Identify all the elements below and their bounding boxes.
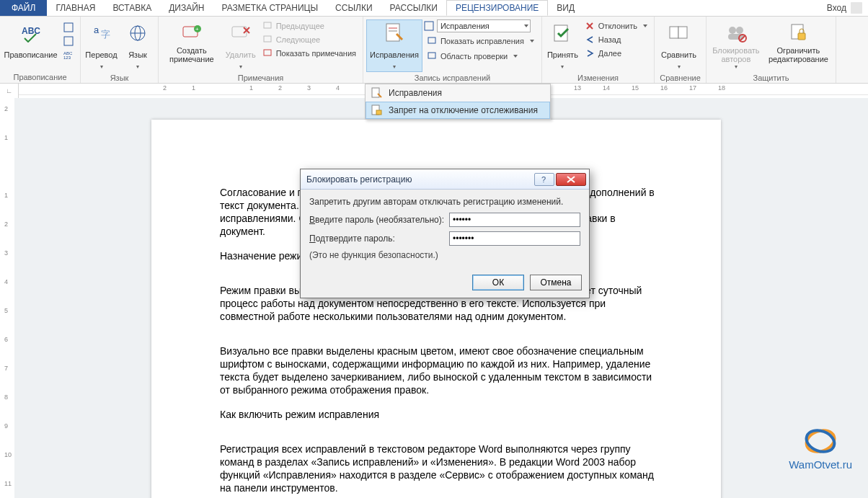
ruler-tick: 2 bbox=[278, 84, 282, 92]
compare-button[interactable]: Сравнить ▾ bbox=[657, 19, 700, 72]
language-button[interactable]: Язык ▾ bbox=[120, 19, 155, 72]
tab-design[interactable]: ДИЗАЙН bbox=[160, 0, 213, 16]
show-markup-button[interactable]: Показать исправления bbox=[424, 35, 538, 48]
svg-rect-2 bbox=[64, 37, 73, 45]
spellcheck-label: Правописание bbox=[4, 46, 57, 63]
reject-button[interactable]: Отклонить bbox=[582, 19, 651, 32]
display-mode-combo[interactable]: Исправления bbox=[437, 19, 531, 32]
ruler-tick: 10 bbox=[4, 451, 12, 458]
block-authors-button[interactable]: Блокировать авторов ▾ bbox=[709, 19, 763, 72]
ruler-tick: 13 bbox=[574, 84, 581, 92]
group-comments-title: Примечания bbox=[161, 72, 360, 83]
lock-tracking-dialog: Блокировать регистрацию ? Запретить друг… bbox=[300, 169, 590, 298]
block-authors-label: Блокировать авторов bbox=[712, 46, 759, 63]
svg-text:字: 字 bbox=[101, 29, 110, 40]
tab-references[interactable]: ССЫЛКИ bbox=[327, 0, 381, 16]
ruler-tick: 4 bbox=[336, 84, 340, 92]
ruler-tick: 2 bbox=[163, 84, 167, 92]
close-button[interactable] bbox=[556, 173, 586, 186]
svg-rect-25 bbox=[554, 25, 567, 41]
ruler-tick: 1 bbox=[249, 84, 253, 92]
chevron-down-icon: ▾ bbox=[735, 63, 738, 70]
ok-button[interactable]: ОК bbox=[472, 275, 524, 290]
password-input[interactable] bbox=[449, 213, 580, 227]
ruler-tick: 18 bbox=[718, 84, 725, 92]
spellcheck-button[interactable]: ABC Правописание bbox=[3, 19, 58, 66]
doc-paragraph[interactable]: Визуально все правки выделены красным цв… bbox=[220, 344, 656, 396]
svg-rect-22 bbox=[425, 22, 433, 30]
group-comments: + Создать примечание Удалить ▾ Предыдуще… bbox=[159, 17, 363, 83]
reject-label: Отклонить bbox=[598, 22, 637, 30]
ruler-tick: 2 bbox=[4, 105, 8, 112]
vertical-ruler[interactable]: 2 1 1 2 3 4 5 6 7 8 9 10 11 bbox=[0, 98, 14, 498]
confirm-password-input[interactable] bbox=[449, 231, 580, 246]
reject-icon bbox=[585, 21, 595, 31]
thesaurus-button[interactable] bbox=[60, 35, 77, 48]
group-compare: Сравнить ▾ Сравнение bbox=[655, 17, 707, 83]
confirm-password-label: Подтвердите пароль: bbox=[309, 234, 445, 244]
dialog-footer: ОК Отмена bbox=[301, 270, 589, 298]
svg-text:a: a bbox=[94, 25, 99, 35]
delete-comment-label: Удалить bbox=[226, 46, 256, 63]
lock-tracking-icon bbox=[370, 105, 383, 116]
comment-new-icon: + bbox=[180, 22, 203, 45]
ruler-tick: 16 bbox=[660, 84, 668, 92]
group-compare-title: Сравнение bbox=[657, 72, 703, 83]
tab-layout[interactable]: РАЗМЕТКА СТРАНИЦЫ bbox=[213, 0, 327, 16]
block-authors-icon bbox=[725, 22, 748, 45]
new-comment-button[interactable]: + Создать примечание bbox=[161, 19, 222, 66]
accept-button[interactable]: Принять ▾ bbox=[545, 19, 580, 72]
dropdown-lock-tracking[interactable]: Запрет на отключение отслеживания bbox=[366, 102, 550, 119]
tab-review[interactable]: РЕЦЕНЗИРОВАНИЕ bbox=[446, 0, 548, 16]
display-mode-icon bbox=[424, 21, 434, 31]
cancel-button[interactable]: Отмена bbox=[530, 275, 582, 290]
doc-paragraph[interactable]: Регистрация всех исправлений в текстовом… bbox=[220, 443, 656, 494]
chevron-down-icon: ▾ bbox=[100, 63, 103, 70]
chevron-down-icon: ▾ bbox=[136, 63, 139, 70]
doc-paragraph[interactable]: Как включить режим исправления bbox=[220, 408, 656, 421]
svg-rect-16 bbox=[264, 22, 271, 28]
globe-icon bbox=[126, 22, 149, 45]
prev-comment-icon bbox=[263, 21, 273, 31]
tab-insert[interactable]: ВСТАВКА bbox=[104, 0, 160, 16]
prev-comment-button[interactable]: Предыдущее bbox=[260, 19, 360, 32]
accept-label: Принять bbox=[547, 46, 578, 63]
group-spellcheck: ABC Правописание ABC123 Правописание bbox=[0, 17, 81, 83]
tab-file[interactable]: ФАЙЛ bbox=[0, 0, 47, 16]
dropdown-track-changes[interactable]: Исправления bbox=[366, 84, 550, 102]
translate-button[interactable]: a字 Перевод ▾ bbox=[84, 19, 119, 72]
show-markup-icon bbox=[428, 36, 438, 46]
group-protect: Блокировать авторов ▾ Ограничить редакти… bbox=[707, 17, 836, 83]
tab-view[interactable]: ВИД bbox=[548, 0, 583, 16]
next-comment-button[interactable]: Следующее bbox=[260, 33, 360, 46]
ruler-tick: 9 bbox=[4, 422, 8, 430]
tab-mailings[interactable]: РАССЫЛКИ bbox=[381, 0, 446, 16]
track-changes-button[interactable]: Исправления ▾ bbox=[366, 19, 422, 72]
help-button[interactable]: ? bbox=[534, 173, 554, 186]
wordcount-button[interactable]: ABC123 bbox=[60, 48, 77, 61]
group-tracking: Исправления ▾ Исправления Показать испра… bbox=[363, 17, 542, 83]
wordcount-icon: ABC123 bbox=[63, 50, 74, 60]
previous-change-button[interactable]: Назад bbox=[582, 33, 651, 46]
ruler-corner: ∟ bbox=[0, 84, 19, 98]
translate-icon: a字 bbox=[90, 22, 113, 45]
prev-comment-label: Предыдущее bbox=[276, 22, 324, 30]
define-button[interactable] bbox=[60, 21, 77, 34]
show-comments-button[interactable]: Показать примечания bbox=[260, 47, 360, 60]
next-change-label: Далее bbox=[598, 49, 621, 58]
dialog-titlebar[interactable]: Блокировать регистрацию ? bbox=[301, 169, 589, 190]
svg-rect-23 bbox=[428, 37, 435, 43]
chevron-down-icon bbox=[530, 40, 534, 43]
login-link[interactable]: Вход bbox=[821, 0, 868, 16]
chevron-down-icon bbox=[643, 25, 647, 27]
reviewing-pane-button[interactable]: Область проверки bbox=[424, 50, 538, 63]
ruler-tick: 1 bbox=[192, 84, 195, 92]
restrict-editing-button[interactable]: Ограничить редактирование bbox=[764, 19, 833, 66]
tab-home[interactable]: ГЛАВНАЯ bbox=[47, 0, 104, 16]
next-change-button[interactable]: Далее bbox=[582, 47, 651, 60]
group-spellcheck-title: Правописание bbox=[3, 71, 77, 82]
dialog-title: Блокировать регистрацию bbox=[306, 174, 533, 184]
ruler-tick: 8 bbox=[4, 393, 8, 401]
delete-comment-button[interactable]: Удалить ▾ bbox=[223, 19, 258, 72]
show-comments-label: Показать примечания bbox=[276, 49, 356, 58]
